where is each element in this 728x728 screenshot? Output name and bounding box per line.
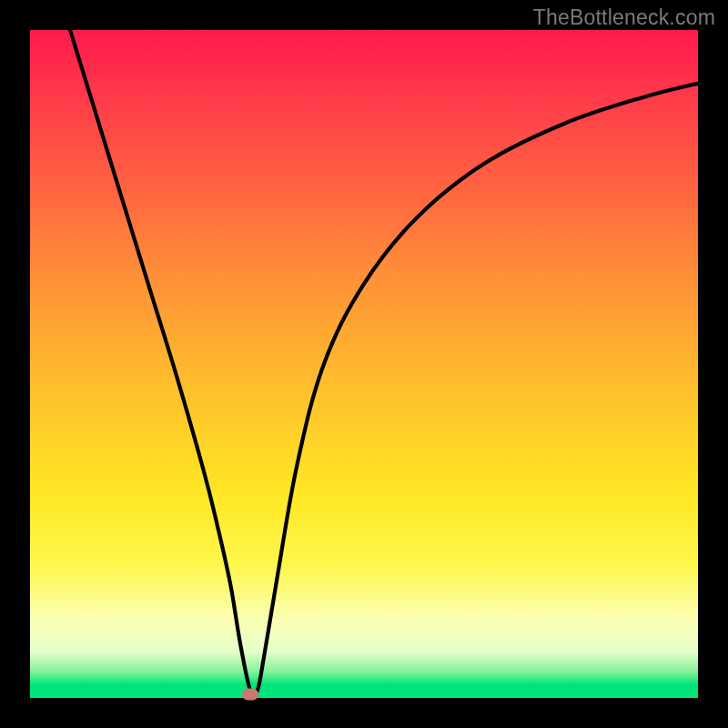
minimum-marker bbox=[242, 689, 258, 701]
watermark-text: TheBottleneck.com bbox=[533, 5, 715, 30]
chart-frame: TheBottleneck.com bbox=[0, 0, 728, 728]
bottleneck-curve bbox=[30, 30, 698, 698]
